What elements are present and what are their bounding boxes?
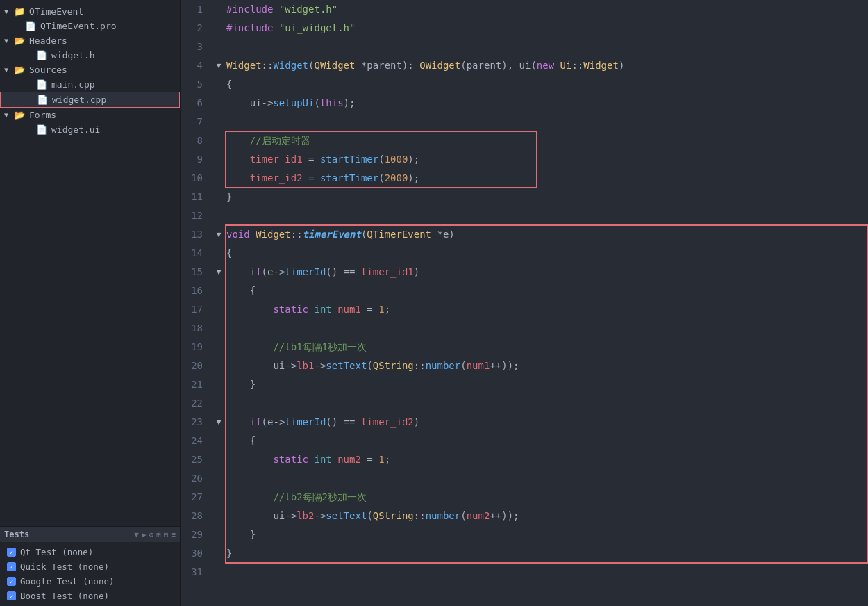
code-line-29: 29 }	[181, 525, 868, 544]
tests-run-icon[interactable]: ▶	[142, 530, 147, 539]
sidebar-item-widget-h[interactable]: 📄 widget.h	[0, 48, 180, 63]
tests-filter-icon[interactable]: ▼	[134, 530, 139, 539]
code-line-20: 20 ui->lb1->setText(QString::number(num1…	[181, 357, 868, 375]
sidebar-item-widget-cpp[interactable]: 📄 widget.cpp	[0, 92, 180, 108]
tests-panel: Tests ▼ ▶ ⚙ ⊞ ⊟ ≡ Qt Test (none) Quick T…	[0, 526, 180, 606]
widget-h-label: widget.h	[51, 50, 95, 60]
code-line-4: 4 ▼ Widget::Widget(QWidget *parent): QWi…	[181, 56, 868, 75]
code-line-10: 10 timer_id2 = startTimer(2000);	[181, 169, 868, 188]
code-line-3: 3	[181, 38, 868, 56]
forms-folder-icon: 📂	[14, 110, 26, 120]
h-file-icon: 📄	[36, 50, 49, 60]
sidebar-item-forms[interactable]: ▼ 📂 Forms	[0, 108, 180, 122]
code-line-1: 1 #include "widget.h"	[181, 0, 868, 19]
code-line-24: 24 {	[181, 432, 868, 450]
quick-test-checkbox[interactable]	[7, 562, 16, 571]
file-tree: ▼ 📁 QTimeEvent 📄 QTimeEvent.pro ▼ 📂 Head…	[0, 0, 180, 526]
tests-settings-icon[interactable]: ⚙	[149, 530, 154, 539]
boost-test-label: Boost Test (none)	[20, 591, 109, 601]
pro-file-label: QTimeEvent.pro	[40, 21, 117, 31]
code-line-12: 12	[181, 206, 868, 225]
qt-test-checkbox[interactable]	[7, 548, 16, 557]
pro-file-icon: 📄	[25, 21, 37, 31]
sidebar-item-sources[interactable]: ▼ 📂 Sources	[0, 63, 180, 77]
boost-test-checkbox[interactable]	[7, 591, 16, 600]
test-item-qt[interactable]: Qt Test (none)	[0, 545, 180, 559]
code-line-7: 7	[181, 113, 868, 131]
sources-folder-icon: 📂	[14, 65, 26, 75]
test-item-boost[interactable]: Boost Test (none)	[0, 589, 180, 603]
root-icon: 📁	[14, 6, 26, 17]
google-test-checkbox[interactable]	[7, 577, 16, 586]
sidebar-item-headers[interactable]: ▼ 📂 Headers	[0, 33, 180, 48]
code-line-23: 23 ▼ if(e->timerId() == timer_id2)	[181, 413, 868, 432]
code-line-6: 6 ui->setupUi(this);	[181, 94, 868, 113]
tests-toolbar: ▼ ▶ ⚙ ⊞ ⊟ ≡	[134, 530, 176, 539]
headers-label: Headers	[29, 35, 67, 46]
headers-folder-icon: 📂	[14, 35, 26, 46]
root-label: QTimeEvent	[29, 6, 83, 17]
code-line-18: 18	[181, 319, 868, 338]
main-cpp-icon: 📄	[36, 79, 49, 90]
code-container: 1 #include "widget.h" 2 #include "ui_wid…	[181, 0, 868, 606]
test-item-quick[interactable]: Quick Test (none)	[0, 559, 180, 574]
code-line-17: 17 static int num1 = 1;	[181, 300, 868, 319]
code-line-25: 25 static int num2 = 1;	[181, 450, 868, 469]
google-test-label: Google Test (none)	[20, 576, 114, 587]
sources-label: Sources	[29, 65, 67, 75]
qt-test-label: Qt Test (none)	[20, 547, 93, 557]
tests-expand-icon[interactable]: ⊞	[156, 530, 161, 539]
widget-cpp-icon: 📄	[37, 95, 49, 105]
main-cpp-label: main.cpp	[51, 79, 95, 90]
forms-arrow: ▼	[4, 111, 14, 119]
forms-label: Forms	[29, 110, 56, 120]
code-line-5: 5 {	[181, 75, 868, 94]
sidebar: ▼ 📁 QTimeEvent 📄 QTimeEvent.pro ▼ 📂 Head…	[0, 0, 181, 606]
code-line-27: 27 //lb2每隔2秒加一次	[181, 488, 868, 507]
headers-arrow: ▼	[4, 37, 14, 44]
code-line-26: 26	[181, 469, 868, 488]
code-line-11: 11 }	[181, 188, 868, 206]
tests-more-icon[interactable]: ≡	[171, 530, 176, 539]
code-content[interactable]: 1 #include "widget.h" 2 #include "ui_wid…	[181, 0, 868, 606]
code-line-13: 13 ▼ void Widget::timerEvent(QTimerEvent…	[181, 225, 868, 244]
sidebar-item-main-cpp[interactable]: 📄 main.cpp	[0, 77, 180, 92]
quick-test-label: Quick Test (none)	[20, 562, 109, 572]
code-line-14: 14 {	[181, 244, 868, 263]
widget-ui-label: widget.ui	[51, 124, 100, 135]
code-line-15: 15 ▼ if(e->timerId() == timer_id1)	[181, 263, 868, 281]
test-item-google[interactable]: Google Test (none)	[0, 574, 180, 589]
code-line-9: 9 timer_id1 = startTimer(1000);	[181, 150, 868, 169]
widget-cpp-label: widget.cpp	[52, 95, 106, 105]
tests-collapse-icon[interactable]: ⊟	[164, 530, 169, 539]
code-editor: 1 #include "widget.h" 2 #include "ui_wid…	[181, 0, 868, 606]
sidebar-item-qtimeevent-pro[interactable]: 📄 QTimeEvent.pro	[0, 19, 180, 33]
code-line-31: 31	[181, 563, 868, 582]
code-line-19: 19 //lb1每隔1秒加一次	[181, 338, 868, 357]
tree-root[interactable]: ▼ 📁 QTimeEvent	[0, 4, 180, 19]
tests-header: Tests ▼ ▶ ⚙ ⊞ ⊟ ≡	[0, 527, 180, 542]
code-line-16: 16 {	[181, 281, 868, 300]
code-line-30: 30 }	[181, 544, 868, 563]
tests-title: Tests	[4, 530, 131, 539]
sources-arrow: ▼	[4, 66, 14, 74]
code-line-2: 2 #include "ui_widget.h"	[181, 19, 868, 38]
code-line-28: 28 ui->lb2->setText(QString::number(num2…	[181, 507, 868, 525]
sidebar-item-widget-ui[interactable]: 📄 widget.ui	[0, 122, 180, 137]
root-arrow: ▼	[4, 8, 14, 15]
code-line-22: 22	[181, 394, 868, 413]
widget-ui-icon: 📄	[36, 124, 49, 135]
code-line-21: 21 }	[181, 375, 868, 394]
tests-body: Qt Test (none) Quick Test (none) Google …	[0, 542, 180, 606]
code-line-8: 8 //启动定时器	[181, 131, 868, 150]
